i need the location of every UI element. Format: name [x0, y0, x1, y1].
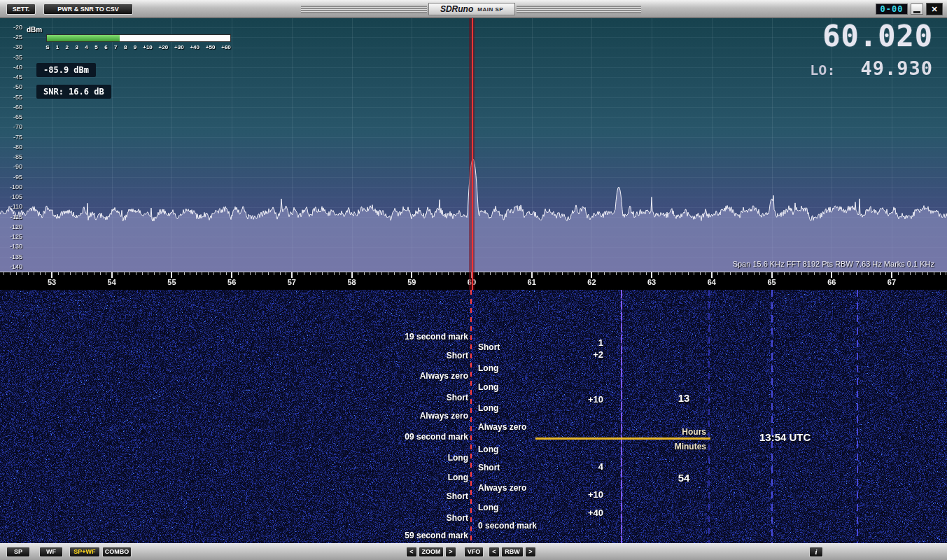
frequency-tick-label: 59	[407, 278, 416, 286]
waterfall-add-value: +10	[588, 394, 603, 405]
waterfall-second-mark-right: Always zero	[478, 422, 526, 432]
sp-view-button[interactable]: SP	[6, 547, 30, 557]
dbm-axis-label: -135	[1, 253, 22, 260]
dbm-axis-label: -20	[1, 24, 22, 31]
frequency-tick-label: 53	[48, 278, 56, 286]
minutes-label: Minutes	[675, 442, 706, 451]
window-name: MAIN SP	[477, 6, 503, 13]
dbm-axis-label: -85	[1, 153, 22, 160]
rbw-increase-button[interactable]: >	[525, 547, 536, 557]
waterfall-second-mark-left: 09 second mark	[405, 432, 468, 442]
titlebar-grip-right	[517, 5, 641, 13]
titlebar[interactable]: SETT. PWR & SNR TO CSV SDRuno MAIN SP 0-…	[0, 0, 947, 18]
power-readout: -85.9 dBm	[36, 63, 96, 77]
s-meter-scale-label: +50	[206, 44, 216, 50]
dbm-axis-label: -130	[1, 243, 22, 250]
waterfall-add-value: 4	[598, 461, 603, 472]
waterfall-second-mark-right: Always zero	[478, 483, 526, 493]
spectrum-info-text: Span 15.6 KHz FFT 8192 Pts RBW 7.63 Hz M…	[733, 260, 934, 268]
minimize-button[interactable]	[911, 4, 923, 15]
spectrum-display[interactable]: dBm -85.9 dBm SNR: 16.6 dB 60.020 LO: 49…	[0, 18, 947, 272]
hours-value: 13	[673, 392, 695, 404]
s-meter-scale-label: +30	[174, 44, 184, 50]
dbm-axis-label: -140	[1, 263, 22, 270]
info-button[interactable]: i	[809, 547, 823, 557]
waterfall-second-mark-left: Short	[447, 491, 468, 501]
frequency-tick-label: 67	[888, 278, 896, 286]
waterfall-second-mark-right: Short	[478, 463, 500, 472]
utc-time-label: 13:54 UTC	[759, 431, 811, 443]
s-meter-scale-label: 2	[66, 44, 69, 50]
dbm-axis-label: -35	[1, 54, 22, 61]
dbm-axis-label: -60	[1, 104, 22, 111]
zoom-button[interactable]: ZOOM	[419, 547, 444, 557]
s-meter-scale-label: 7	[114, 44, 117, 50]
bottom-toolbar[interactable]: SP WF SP+WF COMBO < ZOOM > VFO < RBW > i	[0, 543, 947, 560]
zoom-in-button[interactable]: >	[445, 547, 456, 557]
s-meter-fill	[47, 35, 120, 41]
waterfall-second-mark-left: 59 second mark	[405, 531, 468, 540]
waterfall-canvas[interactable]	[0, 290, 947, 543]
window-title: SDRuno MAIN SP	[428, 3, 515, 15]
tuned-frequency-line[interactable]	[472, 18, 473, 290]
rbw-decrease-button[interactable]: <	[489, 547, 500, 557]
frequency-tick-label: 56	[227, 278, 236, 286]
pwr-snr-csv-button[interactable]: PWR & SNR TO CSV	[43, 4, 133, 15]
s-meter-scale-label: +20	[159, 44, 169, 50]
waterfall-second-mark-right: Long	[478, 382, 498, 392]
dbm-axis-label: -50	[1, 83, 22, 90]
s-meter-scale-label: 1	[56, 44, 59, 50]
waterfall-add-value: 1	[598, 337, 603, 348]
waterfall-second-mark-left: Always zero	[420, 371, 468, 381]
frequency-scale[interactable]: 535455565758596061626364656667	[0, 272, 947, 290]
frequency-tick-label: 54	[108, 278, 116, 286]
dbm-axis-label: -75	[1, 134, 22, 141]
frequency-tick-label: 66	[827, 278, 836, 286]
lo-value: 49.930	[860, 57, 933, 79]
dbm-axis-label: -100	[1, 183, 22, 190]
waterfall-second-mark-left: Long	[448, 472, 468, 482]
dbm-axis-label: -30	[1, 43, 22, 50]
minimize-icon	[913, 11, 920, 13]
frequency-tick-label: 64	[708, 278, 716, 286]
s-meter-scale-label: 3	[75, 44, 78, 50]
titlebar-grip-left	[301, 5, 427, 13]
s-meter-scale-label: 8	[124, 44, 127, 50]
sp-wf-view-button[interactable]: SP+WF	[69, 547, 100, 557]
combo-view-button[interactable]: COMBO	[102, 547, 132, 557]
zoom-out-button[interactable]: <	[406, 547, 417, 557]
s-meter-scale-label: 6	[104, 44, 107, 50]
vfo-button[interactable]: VFO	[464, 547, 484, 557]
waterfall-second-mark-left: Short	[447, 513, 468, 523]
waterfall-add-value: +2	[593, 349, 603, 360]
s-meter-scale-label: +60	[221, 44, 231, 50]
spectrum-canvas[interactable]	[0, 18, 947, 272]
waterfall-second-mark-right: Long	[478, 363, 498, 373]
hours-minutes-divider-line	[535, 438, 710, 440]
lo-readout: LO: 49.930	[810, 57, 933, 79]
dbm-axis-label: -115	[1, 214, 22, 220]
dbm-axis-label: -105	[1, 193, 22, 200]
dbm-axis-label: -25	[1, 34, 22, 41]
frequency-tick-label: 61	[528, 278, 536, 286]
snr-readout: SNR: 16.6 dB	[36, 85, 111, 99]
frequency-display: 60.020	[822, 22, 933, 51]
dbm-axis-label: -80	[1, 144, 22, 150]
waterfall-display[interactable]: Hours Minutes 13 54 13:54 UTC 19 second …	[0, 290, 947, 543]
dbm-axis-label: -95	[1, 174, 22, 181]
app-name: SDRuno	[440, 4, 473, 14]
dbm-axis-label: -70	[1, 123, 22, 130]
waterfall-second-mark-right: Long	[478, 444, 498, 454]
dbm-axis-label: -125	[1, 233, 22, 240]
wf-view-button[interactable]: WF	[39, 547, 63, 557]
settings-button[interactable]: SETT.	[6, 4, 36, 15]
s-meter-scale-label: +10	[143, 44, 153, 50]
rbw-button[interactable]: RBW	[501, 547, 524, 557]
dbm-axis-label: -110	[1, 203, 22, 210]
s-meter-scale-label: S	[45, 44, 49, 50]
waterfall-second-mark-left: Always zero	[420, 411, 468, 421]
dbm-axis-label: -65	[1, 113, 22, 120]
close-button[interactable]: ✕	[926, 3, 943, 15]
frequency-tick-label: 63	[647, 278, 656, 286]
dbm-axis-label: -120	[1, 223, 22, 230]
